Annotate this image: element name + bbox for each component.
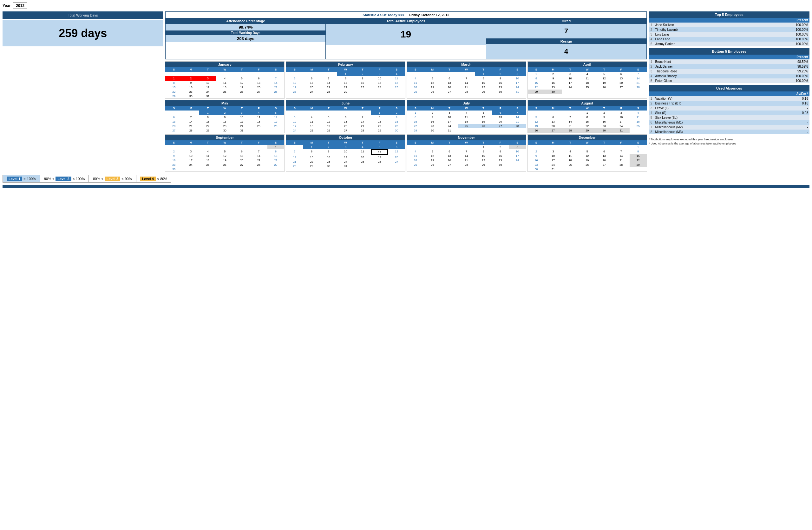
top5-row: 3Lois Lang100.00% (649, 32, 810, 37)
absence-row: 4Sick (S)0.08 (649, 111, 810, 115)
cal-cell: 13 (233, 154, 250, 158)
cal-cell (165, 72, 183, 76)
cal-cell: 31 (613, 128, 630, 133)
cal-cell: 27 (337, 128, 354, 133)
cal-cell: 9 (596, 115, 613, 120)
cal-dayname: W (337, 140, 354, 145)
legend-bar: Level 1 = 100% 90% < Level 2 < 100% 80% … (2, 175, 810, 183)
active-value: 19 (326, 24, 485, 45)
top5-val: 100.00% (752, 42, 810, 46)
cal-cell: 9 (492, 149, 509, 154)
cal-cell: 17 (371, 81, 388, 85)
hired-value: 7 (486, 24, 647, 39)
cal-dayname: W (458, 67, 475, 72)
cal-dayname: T (441, 140, 458, 145)
top5-title: Top 5 Employees (649, 11, 810, 18)
cal-cell: 29 (579, 128, 596, 133)
cal-days-august: 1234567891011121314151617181920212223242… (528, 111, 647, 133)
cal-cell: 21 (509, 120, 526, 124)
cal-cell: 25 (458, 124, 475, 128)
cal-days-november: 1234567891011121314151617181920212223242… (407, 145, 526, 167)
cal-days-june: 1234567891011121314151617181920212223242… (286, 111, 405, 133)
top5-name: Jimmy Parker (654, 42, 752, 46)
calendar-november: NovemberSMTWTFS1234567891011121314151617… (407, 134, 526, 172)
cal-cell: 14 (562, 120, 579, 124)
top5-name: Jane Sullivan (654, 23, 752, 27)
attendance-pct-value: 99.74% (165, 24, 325, 30)
cal-cell: 7 (354, 115, 371, 120)
cal-cell: 6 (388, 145, 405, 149)
bottom5-val: 99.26% (750, 69, 810, 74)
cal-daynames-january: SMTWTFS (165, 67, 284, 72)
cal-cell: 8 (267, 149, 285, 154)
cal-dayname: S (165, 140, 183, 145)
calendar-june: JuneSMTWTFS12345678910111213141516171819… (286, 100, 405, 133)
cal-cell (354, 89, 371, 94)
top5-name: Lana Lane (654, 37, 752, 42)
cal-cell: 2 (216, 111, 233, 115)
cal-dayname: S (267, 67, 285, 72)
cal-daynames-march: SMTWTFS (407, 67, 526, 72)
cal-cell (475, 128, 492, 133)
stats-date: Friday, October 12, 2012 (409, 13, 449, 17)
cal-dayname: T (596, 140, 613, 145)
cal-cell: 26 (371, 159, 388, 164)
bottom5-row: 2Jack Banner98.52% (649, 64, 810, 69)
cal-dayname: W (458, 106, 475, 111)
cal-dayname: S (629, 140, 647, 145)
hired-label: Hired (486, 18, 647, 24)
cal-dayname: W (216, 67, 233, 72)
cal-dayname: T (233, 67, 250, 72)
footnote-1: * Top/bottom employees excluded this yea… (649, 138, 810, 142)
cal-cell: 24 (199, 89, 216, 94)
cal-cell: 4 (303, 115, 320, 120)
cal-cell: 31 (233, 128, 250, 133)
legend-level3-lo: 80% (93, 177, 100, 181)
cal-cell (183, 72, 200, 76)
cal-cell: 5 (475, 111, 492, 115)
cal-days-january: 1234567891011121314151617181920212223242… (165, 72, 284, 98)
cal-cell: 6 (613, 72, 630, 76)
cal-dayname: T (354, 106, 371, 111)
cal-cell: 26 (233, 89, 250, 94)
cal-daynames-november: SMTWTFS (407, 140, 526, 145)
cal-cell: 6 (545, 115, 562, 120)
cal-cell (303, 72, 320, 76)
cal-cell: 26 (579, 163, 596, 167)
top5-val: 100.00% (752, 27, 810, 32)
top5-row: 4Lana Lane100.00% (649, 37, 810, 42)
cal-cell: 25 (388, 85, 405, 89)
cal-dayname: S (407, 106, 424, 111)
abs-name: Sick (S) (654, 111, 759, 115)
absence-row: 1Vacation (V)0.16 (649, 96, 810, 101)
cal-daynames-december: SMTWTFS (528, 140, 647, 145)
cal-dayname: T (320, 140, 337, 145)
cal-dayname: T (199, 106, 216, 111)
left-panel: Total Working Days 259 days (2, 11, 163, 172)
legend-level1-eq: = (24, 177, 25, 181)
cal-cell: 28 (183, 128, 200, 133)
cal-daynames-june: SMTWTFS (286, 106, 405, 111)
cal-cell: 16 (528, 158, 545, 163)
legend-level4: Level 4 < 80% (136, 175, 172, 183)
cal-daynames-august: SMTWTFS (528, 106, 647, 111)
stats-box: Statistic As Of Today >>> Friday, Octobe… (165, 11, 647, 59)
cal-cell: 7 (183, 115, 200, 120)
cal-cell: 22 (267, 158, 285, 163)
cal-cell: 3 (613, 111, 630, 115)
cal-days-february: 1234567891011121314151617181920212223242… (286, 72, 405, 94)
cal-cell (562, 167, 579, 171)
cal-cell: 30 (528, 167, 545, 171)
cal-dayname: S (407, 67, 424, 72)
cal-cell: 8 (475, 76, 492, 81)
cal-cell (233, 167, 250, 171)
cal-cell: 20 (233, 158, 250, 163)
cal-cell: 2 (183, 76, 200, 81)
cal-cell: 31 (199, 94, 216, 98)
cal-cell: 13 (492, 115, 509, 120)
cal-cell: 30 (545, 89, 562, 94)
cal-cell: 9 (165, 154, 183, 158)
cal-cell: 22 (371, 124, 388, 128)
cal-cell: 10 (441, 115, 458, 120)
cal-cell: 2 (545, 72, 562, 76)
